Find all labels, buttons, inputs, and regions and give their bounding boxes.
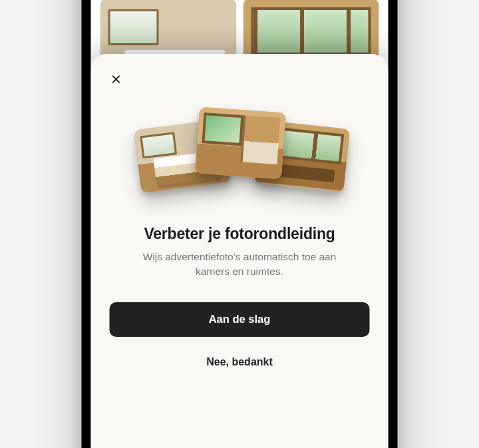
modal-title: Verbeter je fotorondleiding — [110, 225, 370, 243]
modal-actions: Aan de slag Nee, bedankt — [110, 302, 370, 378]
close-icon — [111, 74, 122, 85]
collage-card — [195, 107, 286, 180]
photo-collage — [140, 106, 339, 202]
modal-subtitle: Wijs advertentiefoto's automatisch toe a… — [140, 250, 339, 280]
no-thanks-button[interactable]: Nee, bedankt — [110, 346, 370, 378]
get-started-button[interactable]: Aan de slag — [110, 302, 370, 337]
phone-screen: Verbeter je fotorondleiding Wijs adverte… — [91, 0, 389, 448]
close-button[interactable] — [104, 67, 128, 91]
phone-frame: Verbeter je fotorondleiding Wijs adverte… — [82, 0, 398, 448]
photo-tour-modal: Verbeter je fotorondleiding Wijs adverte… — [91, 54, 389, 448]
